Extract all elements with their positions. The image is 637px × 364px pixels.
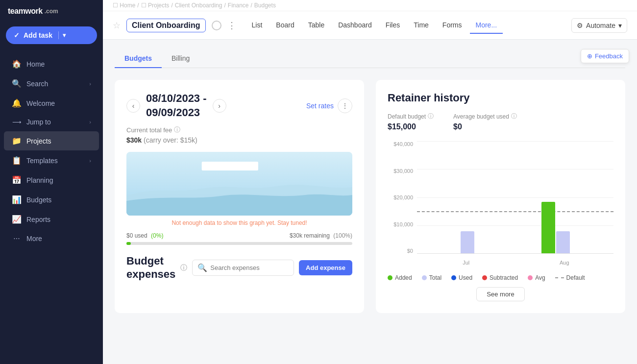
default-budget-stat: Default budget ⓘ $15,000: [388, 112, 434, 131]
retainer-panel: Retainer history Default budget ⓘ $15,00…: [376, 80, 625, 313]
retainer-bar-chart: $40,000 $30,000 $20,000 $10,000 $0: [388, 141, 613, 301]
x-labels: Jul Aug: [417, 260, 613, 266]
next-period-button[interactable]: ›: [213, 99, 226, 113]
legend-used: Used: [451, 274, 472, 281]
default-budget-value: $15,000: [388, 122, 434, 131]
avg-budget-label: Average budget used ⓘ: [453, 112, 517, 121]
sidebar-item-more[interactable]: ··· More: [4, 229, 99, 248]
main-area: ☐ Home / ☐ Projects / Client Onboarding …: [103, 0, 637, 364]
logo-text: teamwork: [8, 7, 43, 16]
folder-icon: 📁: [12, 136, 22, 146]
sidebar-item-home[interactable]: 🏠 Home: [4, 54, 99, 73]
sidebar-item-reports[interactable]: 📈 Reports: [4, 210, 99, 229]
add-task-button[interactable]: ✓ Add task ▾: [6, 26, 97, 44]
breadcrumb-text: Client Onboarding: [175, 2, 222, 9]
budget-panel: ‹ 08/10/2023 - 09/09/2023 › Set rates ⋮: [115, 80, 364, 313]
sidebar-item-projects[interactable]: 📁 Projects: [4, 131, 99, 150]
chevron-down-icon: ▾: [618, 22, 622, 29]
sidebar-nav: 🏠 Home 🔍 Search › 🔔 Welcome ⟶ Jump to › …: [0, 52, 103, 364]
progress-labels: $0 used (0%) $30k remaining (100%): [126, 232, 352, 239]
sidebar-item-welcome[interactable]: 🔔 Welcome: [4, 94, 99, 113]
avg-budget-value: $0: [453, 122, 517, 131]
retainer-title: Retainer history: [388, 92, 613, 104]
topbar-nav: List Board Table Dashboard Files Time Fo…: [246, 17, 503, 34]
expenses-search-field[interactable]: [210, 264, 289, 271]
bars-container: [417, 141, 613, 253]
sidebar: teamwork.com ✓ Add task ▾ 🏠 Home 🔍 Searc…: [0, 0, 103, 364]
bar-jul-total: [461, 231, 474, 253]
add-expense-button[interactable]: Add expense: [299, 260, 352, 275]
tab-list[interactable]: List: [246, 17, 269, 34]
x-label-aug: Aug: [550, 260, 579, 266]
jump-icon: ⟶: [12, 119, 22, 126]
project-name[interactable]: Client Onboarding: [126, 19, 206, 32]
sidebar-item-templates[interactable]: 📋 Templates ›: [4, 151, 99, 170]
legend-dot-red: [482, 275, 487, 280]
sidebar-item-search[interactable]: 🔍 Search ›: [4, 74, 99, 93]
divider: [58, 31, 59, 39]
status-circle[interactable]: [212, 21, 221, 30]
info-icon: ⓘ: [511, 112, 517, 121]
bar-group-aug: [541, 202, 570, 253]
separator: /: [224, 2, 225, 9]
set-rates-area: Set rates ⋮: [306, 98, 352, 113]
content-grid: ‹ 08/10/2023 - 09/09/2023 › Set rates ⋮: [115, 80, 625, 313]
tab-budgets[interactable]: Budgets: [115, 49, 162, 68]
svg-rect-1: [202, 162, 258, 170]
tab-files[interactable]: Files: [380, 17, 406, 34]
prev-period-button[interactable]: ‹: [126, 99, 140, 113]
legend-dash-default: [555, 277, 564, 278]
expenses-title: Budget expenses: [126, 255, 175, 281]
chart-message: Not enough data to show this graph yet. …: [126, 219, 352, 226]
feedback-icon: ⊕: [587, 52, 592, 60]
chevron-right-icon: ›: [89, 158, 91, 164]
tab-forms[interactable]: Forms: [437, 17, 468, 34]
info-icon: ⓘ: [174, 125, 180, 134]
tab-board[interactable]: Board: [270, 17, 300, 34]
automate-button[interactable]: ⚙ Automate ▾: [571, 18, 627, 33]
expenses-title-text: Budget expenses: [126, 255, 175, 281]
template-icon: 📋: [12, 156, 22, 165]
chevron-down-icon: ▾: [63, 32, 66, 39]
bar-chart-inner: $40,000 $30,000 $20,000 $10,000 $0: [388, 141, 613, 268]
legend-subtracted: Subtracted: [482, 274, 518, 281]
app-logo: teamwork.com: [0, 0, 103, 23]
breadcrumb-text: ☐ Home: [113, 2, 135, 9]
tab-table[interactable]: Table: [302, 17, 330, 34]
budget-stats: Default budget ⓘ $15,000 Average budget …: [388, 112, 613, 131]
budget-more-button[interactable]: ⋮: [338, 98, 352, 113]
set-rates-button[interactable]: Set rates: [306, 102, 334, 110]
tab-dashboard[interactable]: Dashboard: [332, 17, 378, 34]
progress-bar: [126, 242, 352, 245]
search-icon: 🔍: [197, 263, 207, 272]
more-icon: ···: [12, 234, 22, 243]
bell-icon: 🔔: [12, 98, 22, 108]
expenses-info-icon[interactable]: ⓘ: [180, 264, 187, 272]
content-area: ⊕ Feedback Budgets Billing ‹ 08/10/20: [103, 40, 637, 364]
aug-bars: [541, 202, 570, 253]
check-icon: ✓: [14, 31, 20, 39]
budget-dates: 08/10/2023 - 09/09/2023: [146, 92, 207, 120]
sidebar-item-budgets[interactable]: 📊 Budgets: [4, 190, 99, 209]
more-options-icon[interactable]: ⋮: [227, 20, 236, 31]
search-expenses-input[interactable]: 🔍: [192, 260, 294, 276]
topbar: ☆ Client Onboarding ⋮ List Board Table D…: [103, 11, 637, 40]
see-more-button[interactable]: See more: [476, 287, 524, 301]
y-label-20k: $20,000: [388, 194, 417, 200]
fee-carry: (carry over: $15k): [144, 136, 197, 144]
legend-dot-blue-light: [422, 275, 427, 280]
separator: /: [251, 2, 252, 9]
breadcrumb-text: Finance: [228, 2, 249, 9]
feedback-button[interactable]: ⊕ Feedback: [581, 49, 629, 63]
tab-time[interactable]: Time: [408, 17, 435, 34]
sidebar-item-jump-to[interactable]: ⟶ Jump to ›: [4, 113, 99, 131]
fee-amount: $30k (carry over: $15k): [126, 136, 352, 144]
legend-dot-pink: [528, 275, 533, 280]
y-axis: $40,000 $30,000 $20,000 $10,000 $0: [388, 141, 417, 254]
tab-billing[interactable]: Billing: [162, 49, 199, 68]
tab-more[interactable]: More...: [470, 17, 503, 34]
legend-dot-blue: [451, 275, 456, 280]
star-icon[interactable]: ☆: [113, 20, 121, 31]
breadcrumb-text: ☐ Projects: [141, 2, 170, 9]
sidebar-item-planning[interactable]: 📅 Planning: [4, 170, 99, 190]
